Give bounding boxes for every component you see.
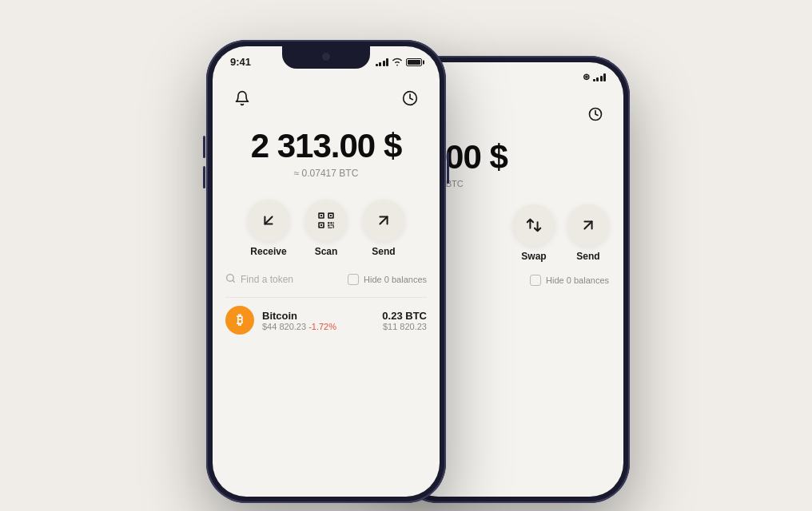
svg-rect-9 xyxy=(330,215,332,216)
status-time: 9:41 xyxy=(230,56,251,68)
scan-icon-circle xyxy=(305,200,347,241)
back-signal-bars xyxy=(593,73,607,81)
svg-rect-14 xyxy=(330,222,332,224)
scan-button[interactable]: Scan xyxy=(305,200,347,257)
send-button[interactable]: Send xyxy=(363,200,404,257)
scan-label: Scan xyxy=(315,246,338,257)
hide-balances-label: Hide 0 balances xyxy=(364,275,427,284)
back-send-button[interactable]: Send xyxy=(567,204,609,262)
svg-rect-15 xyxy=(333,222,334,224)
back-hide-balances-checkbox[interactable] xyxy=(530,275,541,286)
signal-bars xyxy=(376,58,389,66)
token-info: Bitcoin $44 820.23 -1.72% xyxy=(262,310,374,331)
token-amount: 0.23 BTC xyxy=(382,310,427,322)
balance-btc: ≈ 0.07417 BTC xyxy=(225,168,427,179)
send-label: Send xyxy=(372,246,395,257)
back-swap-label: Swap xyxy=(521,251,546,262)
svg-rect-13 xyxy=(328,222,329,224)
front-phone-screen: 9:41 xyxy=(213,46,440,497)
volume-up-button[interactable] xyxy=(203,136,205,158)
search-filter-row: Find a token Hide 0 balances xyxy=(213,267,440,292)
svg-line-20 xyxy=(380,217,387,224)
token-balance: 0.23 BTC $11 820.23 xyxy=(382,310,427,331)
phone-front: 9:41 xyxy=(206,40,446,503)
svg-rect-17 xyxy=(330,225,333,226)
back-wifi-icon: ⊛ xyxy=(583,72,590,82)
hide-balances-toggle[interactable]: Hide 0 balances xyxy=(348,274,427,285)
svg-line-22 xyxy=(233,280,234,282)
svg-rect-6 xyxy=(320,215,322,216)
balance-amount: 2 313.00 $ xyxy=(225,128,427,164)
svg-rect-18 xyxy=(333,226,334,228)
back-send-label: Send xyxy=(576,251,599,262)
back-send-icon-circle xyxy=(567,204,609,246)
front-camera xyxy=(322,53,330,61)
power-button[interactable] xyxy=(447,152,449,184)
send-icon-circle xyxy=(363,200,404,241)
back-history-icon[interactable] xyxy=(582,101,609,128)
svg-line-3 xyxy=(265,217,272,224)
back-hide-balances: Hide 0 balances xyxy=(530,275,609,286)
svg-rect-19 xyxy=(328,228,332,228)
token-name: Bitcoin xyxy=(262,310,374,322)
status-icons xyxy=(376,57,423,66)
balance-section: 2 313.00 $ ≈ 0.07417 BTC xyxy=(213,115,440,185)
volume-down-button[interactable] xyxy=(203,166,205,188)
search-box[interactable]: Find a token xyxy=(225,273,293,286)
back-status-icons: ⊛ xyxy=(583,72,607,82)
svg-line-1 xyxy=(584,222,591,229)
token-price: $44 820.23 -1.72% xyxy=(262,322,374,331)
back-hide-balances-label: Hide 0 balances xyxy=(546,275,609,285)
phone-notch xyxy=(282,46,370,69)
actions-row: Receive xyxy=(213,185,440,267)
hide-balances-checkbox[interactable] xyxy=(348,274,359,285)
battery-icon xyxy=(406,58,422,66)
svg-rect-16 xyxy=(328,225,329,227)
history-icon-button[interactable] xyxy=(396,85,424,112)
token-value: $11 820.23 xyxy=(382,322,427,331)
svg-rect-12 xyxy=(320,224,322,226)
receive-label: Receive xyxy=(250,246,286,257)
receive-button[interactable]: Receive xyxy=(248,200,289,257)
back-swap-button[interactable]: Swap xyxy=(513,204,555,262)
token-list: ₿ Bitcoin $44 820.23 -1.72% 0.23 BTC $11… xyxy=(213,292,440,343)
bell-icon-button[interactable] xyxy=(229,85,256,112)
bitcoin-icon: ₿ xyxy=(225,306,254,335)
token-change: -1.72% xyxy=(308,322,336,331)
back-swap-icon-circle xyxy=(513,204,555,246)
screen-content: 9:41 xyxy=(213,46,440,497)
search-placeholder: Find a token xyxy=(241,274,293,285)
table-row[interactable]: ₿ Bitcoin $44 820.23 -1.72% 0.23 BTC $11… xyxy=(225,297,427,343)
wifi-icon xyxy=(392,57,403,66)
receive-icon-circle xyxy=(248,200,289,241)
header-row xyxy=(213,78,440,115)
search-icon xyxy=(225,273,236,286)
